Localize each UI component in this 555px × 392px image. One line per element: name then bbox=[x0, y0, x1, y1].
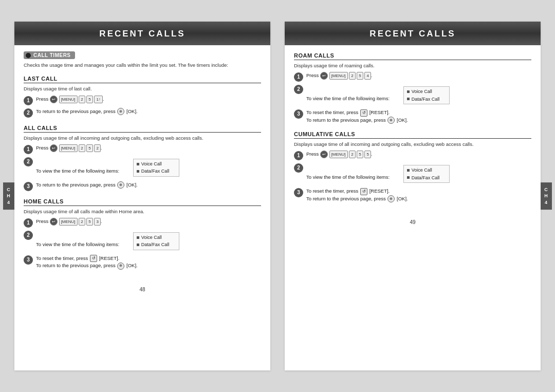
call-timers-desc: Checks the usage time and manages your c… bbox=[24, 62, 261, 68]
page-number-right: 49 bbox=[285, 219, 541, 228]
call-timers-section: CALL TIMERS Checks the usage time and ma… bbox=[24, 51, 261, 68]
menu-key-rc1: [MENU] bbox=[329, 72, 348, 80]
roam-calls-title: ROAM CALLS bbox=[294, 52, 531, 60]
cumulative-calls-section: CUMULATIVE CALLS Displays usage time of … bbox=[294, 131, 531, 202]
page-right: CH4 RECENT CALLS ROAM CALLS Displays usa… bbox=[285, 22, 541, 370]
home-calls-step1: 1 Press ↩ [MENU] 2 5 3. bbox=[24, 218, 261, 228]
step-number-cc2: 2 bbox=[294, 163, 303, 173]
all-calls-items: Voice Call Data/Fax Call bbox=[133, 159, 179, 177]
step-text-ac2: To view the time of the following items:… bbox=[36, 157, 261, 179]
cumulative-calls-step2: 2 To view the time of the following item… bbox=[294, 163, 531, 185]
datafax-call-item-hc: Data/Fax Call bbox=[137, 241, 176, 248]
step-number-cc1: 1 bbox=[294, 151, 303, 160]
key-2-ac1: 2 bbox=[79, 144, 85, 152]
step-text-rc1: Press ↩ [MENU] 2 5 4. bbox=[306, 72, 531, 80]
ok-icon-ac: ⊕ bbox=[117, 181, 124, 189]
menu-icon-hc1: ↩ bbox=[50, 218, 58, 226]
step-text-ac3: To return to the previous page, press ⊕ … bbox=[36, 181, 261, 189]
page-number-left: 48 bbox=[14, 287, 270, 295]
menu-key-cc1: [MENU] bbox=[329, 151, 348, 158]
cumulative-calls-title: CUMULATIVE CALLS bbox=[294, 131, 531, 139]
roam-calls-items: Voice Call Data/Fax Call bbox=[403, 86, 450, 104]
step-number-ac1: 1 bbox=[24, 145, 33, 154]
roam-calls-step2: 2 To view the time of the following item… bbox=[294, 84, 531, 106]
cumulative-calls-desc: Displays usage time of all incoming and … bbox=[294, 141, 531, 147]
cumulative-calls-step3: 3 To reset the timer, press ↺ [RESET]. T… bbox=[294, 188, 531, 202]
cumulative-calls-step1: 1 Press ↩ [MENU] 2 5 5. bbox=[294, 151, 531, 160]
ok-icon-lc: ⊕ bbox=[117, 108, 124, 115]
step-text-1: Press ↩ [MENU] 2 5 1↑. bbox=[36, 96, 261, 103]
home-calls-title: HOME CALLS bbox=[24, 198, 261, 206]
page-left: CH4 RECENT CALLS CALL TIMERS Checks the … bbox=[14, 22, 270, 370]
key-5-cc1: 5 bbox=[357, 151, 363, 158]
step-number-rc3: 3 bbox=[294, 109, 303, 119]
key-3-hc1: 3 bbox=[94, 218, 100, 226]
step-number-hc1: 1 bbox=[24, 218, 33, 228]
menu-icon-rc1: ↩ bbox=[320, 72, 328, 80]
key-5-hc1: 5 bbox=[86, 218, 92, 226]
key-2-rc1: 2 bbox=[349, 72, 355, 80]
last-call-title: LAST CALL bbox=[24, 76, 261, 83]
page-content-right: ROAM CALLS Displays usage time of roamin… bbox=[285, 52, 541, 214]
home-calls-step3: 3 To reset the timer, press ↺ [RESET]. T… bbox=[24, 255, 261, 270]
key-2-cc1: 2 bbox=[349, 151, 355, 158]
key-2-lc1: 2 bbox=[79, 96, 85, 103]
all-calls-section: ALL CALLS Displays usage time of all inc… bbox=[24, 125, 261, 191]
home-calls-items: Voice Call Data/Fax Call bbox=[133, 232, 179, 250]
step-number-hc3: 3 bbox=[24, 255, 33, 265]
key-2-hc1: 2 bbox=[79, 218, 85, 226]
step-number-hc2: 2 bbox=[24, 231, 33, 240]
page-header-left: RECENT CALLS bbox=[14, 22, 270, 45]
menu-key-ac1: [MENU] bbox=[59, 144, 78, 152]
call-timers-dot bbox=[26, 53, 31, 58]
step-number-cc3: 3 bbox=[294, 188, 303, 197]
step-text-hc1: Press ↩ [MENU] 2 5 3. bbox=[36, 218, 261, 226]
key-5-lc1: 5 bbox=[86, 96, 92, 103]
voice-call-item-hc: Voice Call bbox=[137, 234, 176, 241]
datafax-call-item-ac: Data/Fax Call bbox=[137, 167, 176, 175]
step-text-ac1: Press ↩ [MENU] 2 5 2. bbox=[36, 144, 261, 152]
key-1-lc1: 1↑ bbox=[94, 96, 102, 103]
roam-calls-desc: Displays usage time of roaming calls. bbox=[294, 62, 531, 69]
key-4-rc1: 4 bbox=[364, 72, 371, 80]
step-text-rc2: To view the time of the following items:… bbox=[306, 84, 531, 106]
menu-key-lc1: [MENU] bbox=[59, 96, 78, 103]
key-2b-ac1: 2 bbox=[94, 144, 100, 152]
all-calls-step3: 3 To return to the previous page, press … bbox=[24, 181, 261, 191]
chapter-tab-right: CH4 bbox=[541, 182, 552, 210]
step-text-2: To return to the previous page, press ⊕ … bbox=[36, 108, 261, 115]
reset-icon-cc: ↺ bbox=[360, 188, 367, 195]
datafax-call-item-rc: Data/Fax Call bbox=[407, 96, 446, 103]
last-call-section: LAST CALL Displays usage time of last ca… bbox=[24, 76, 261, 117]
all-calls-step1: 1 Press ↩ [MENU] 2 5 2. bbox=[24, 144, 261, 154]
reset-icon-hc: ↺ bbox=[90, 255, 97, 262]
last-call-step1: 1 Press ↩ [MENU] 2 5 1↑. bbox=[24, 96, 261, 105]
page-container: CH4 RECENT CALLS CALL TIMERS Checks the … bbox=[0, 0, 555, 392]
datafax-call-item-cc: Data/Fax Call bbox=[407, 174, 446, 181]
step-text-cc3: To reset the timer, press ↺ [RESET]. To … bbox=[306, 188, 531, 202]
step-number-2: 2 bbox=[24, 108, 33, 118]
all-calls-step2: 2 To view the time of the following item… bbox=[24, 157, 261, 179]
step-number-1: 1 bbox=[24, 96, 33, 105]
home-calls-desc: Displays usage time of all calls made wi… bbox=[24, 208, 261, 215]
chapter-tab-left: CH4 bbox=[3, 182, 14, 210]
home-calls-section: HOME CALLS Displays usage time of all ca… bbox=[24, 198, 261, 270]
all-calls-title: ALL CALLS bbox=[24, 125, 261, 133]
last-call-step2: 2 To return to the previous page, press … bbox=[24, 108, 261, 118]
voice-call-item-ac: Voice Call bbox=[137, 160, 176, 167]
step-number-rc1: 1 bbox=[294, 72, 303, 82]
step-number-ac2: 2 bbox=[24, 157, 33, 166]
ok-icon-cc: ⊕ bbox=[387, 195, 395, 202]
call-timers-label: CALL TIMERS bbox=[24, 51, 75, 59]
page-content-left: CALL TIMERS Checks the usage time and ma… bbox=[14, 51, 270, 282]
menu-icon-lc1: ↩ bbox=[50, 96, 58, 103]
menu-icon-ac1: ↩ bbox=[50, 144, 58, 152]
step-text-hc2: To view the time of the following items:… bbox=[36, 230, 261, 252]
home-calls-step2: 2 To view the time of the following item… bbox=[24, 230, 261, 252]
step-text-cc1: Press ↩ [MENU] 2 5 5. bbox=[306, 151, 531, 158]
reset-icon-rc: ↺ bbox=[360, 109, 367, 117]
step-number-rc2: 2 bbox=[294, 85, 303, 94]
page-header-right: RECENT CALLS bbox=[285, 22, 541, 45]
roam-calls-step1: 1 Press ↩ [MENU] 2 5 4. bbox=[294, 72, 531, 82]
ok-icon-hc: ⊕ bbox=[117, 263, 124, 270]
